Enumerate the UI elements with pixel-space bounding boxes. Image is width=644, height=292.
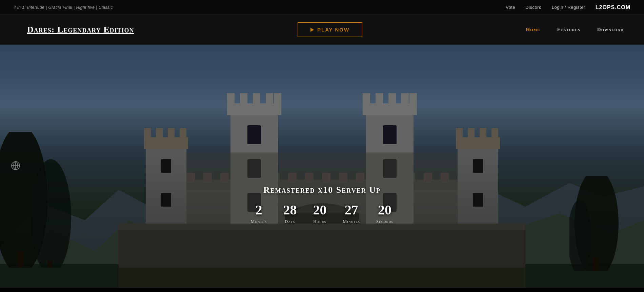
hours-label: Hours [313,219,326,224]
months-label: Months [251,219,267,224]
nav-home[interactable]: Home [526,27,540,33]
nav-download[interactable]: Download [597,27,624,33]
seconds-value: 20 [376,203,393,217]
play-now-label: Play Now [317,27,349,33]
countdown-hours: 20 Hours [313,203,326,224]
days-value: 28 [283,203,297,217]
nav-features[interactable]: Features [557,27,580,33]
countdown-minutes: 27 Minutes [343,203,360,224]
main-nav: Home Features Download [526,27,624,33]
site-title: Dares: Legendary Edition [27,25,134,35]
brand-domain: .COM [615,4,630,10]
hero-overlay [0,45,644,288]
seconds-label: Seconds [376,219,393,224]
countdown-seconds: 20 Seconds [376,203,393,224]
brand-l2: L2 [596,4,603,10]
login-register-link[interactable]: Login / Register [552,5,585,10]
play-now-button[interactable]: Play Now [298,22,362,37]
discord-link[interactable]: Discord [525,5,542,10]
play-triangle-icon [310,28,314,32]
countdown-title: Remastered x10 Server Up [220,185,424,195]
countdown-section: Remastered x10 Server Up 2 Months 28 Day… [220,185,424,227]
hero-section: Remastered x10 Server Up 2 Months 28 Day… [0,45,644,288]
top-bar-nav: Vote Discord Login / Register L2OPS.COM [506,4,630,11]
countdown-days: 28 Days [283,203,297,224]
brand-ops: OPS [602,4,615,10]
minutes-value: 27 [343,203,360,217]
months-value: 2 [251,203,267,217]
top-bar: 4 in 1: Interlude | Gracia Final | Hight… [0,0,644,15]
globe-icon [11,161,20,170]
subtitle: 4 in 1: Interlude | Gracia Final | Hight… [14,5,113,10]
scroll-indicator [11,161,20,172]
header: Dares: Legendary Edition Play Now Home F… [0,15,644,45]
hours-value: 20 [313,203,326,217]
minutes-label: Minutes [343,219,360,224]
brand-name: L2OPS.COM [596,4,630,11]
countdown-months: 2 Months [251,203,267,224]
vote-link[interactable]: Vote [506,5,515,10]
countdown-numbers: 2 Months 28 Days 20 Hours 27 Minutes 20 … [220,203,424,224]
days-label: Days [283,219,297,224]
